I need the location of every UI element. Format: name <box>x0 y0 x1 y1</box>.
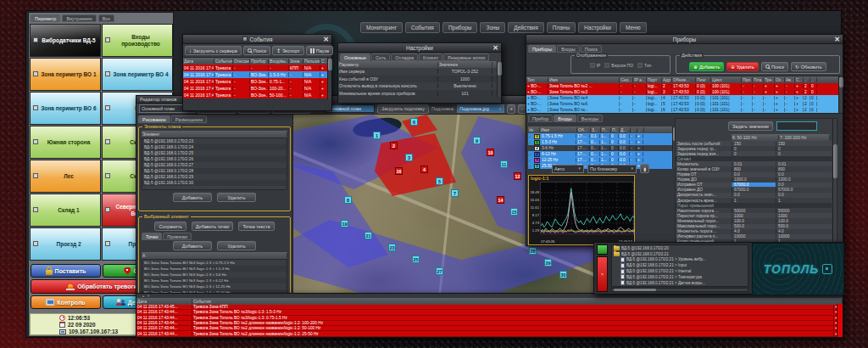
tree-hscrollbar[interactable] <box>611 288 748 292</box>
param-value-ch6[interactable]: 0 <box>732 152 776 156</box>
tree-item[interactable]: ВД-5 @192.168.0.170/2:21 > Input <box>612 262 748 268</box>
detail-tab-3[interactable]: Выходы <box>577 115 603 122</box>
arm-button[interactable]: Поставить <box>31 264 101 278</box>
sidebar-tab-1[interactable]: Периметр <box>31 14 60 22</box>
devices-column-header[interactable]: Сер... <box>620 77 633 82</box>
settings-titlebar[interactable]: Настройки ✕ <box>338 43 501 53</box>
devices-titlebar[interactable]: Приборы ✕ <box>526 35 843 44</box>
devices-column-header[interactable]: Про... <box>742 77 753 82</box>
param-value-ch7[interactable]: 0.01 <box>776 162 820 166</box>
devices-column-header[interactable]: С... <box>795 77 804 82</box>
channel-7-column[interactable]: 7: 100-200 Hz <box>779 135 830 140</box>
map-sensor-badge[interactable]: 14 <box>497 196 504 204</box>
close-icon[interactable]: ✕ <box>323 35 329 44</box>
devices-column-header[interactable]: IP а... <box>633 77 647 82</box>
sidebar-tab-3[interactable]: Все <box>98 14 114 22</box>
devices-tab-2[interactable]: Входы <box>557 45 579 53</box>
param-row[interactable]: Дискретность знач...0.00.0 <box>676 193 832 198</box>
tree-item[interactable]: ВД-5 @192.168.0.170/2:21 > Датчик вскры.… <box>612 280 748 286</box>
plan-tab-2[interactable]: Размещение <box>171 115 208 123</box>
param-value-ch7[interactable]: 67000.0 <box>776 188 820 192</box>
param-value-ch7[interactable]: 1000.0 <box>776 177 820 182</box>
plan-element-row[interactable]: ВД-5 @192.168.0.170/2:24 <box>142 144 287 150</box>
param-row[interactable]: Интервал расчета п...1000010000 <box>676 234 832 239</box>
settings-tab-5[interactable]: Резервные копии <box>443 53 489 61</box>
param-column-header[interactable]: Параметр <box>338 62 438 67</box>
zone-tile-7[interactable]: Южная сторона <box>30 126 101 159</box>
param-row[interactable]: Задержка перед взя...00 <box>676 151 832 156</box>
devices-column-header[interactable]: Имя <box>548 77 620 82</box>
device-search-button[interactable]: Поиск <box>761 62 788 71</box>
settings-row[interactable]: Кеш событий в ОЗУ1000 <box>338 76 501 83</box>
menu-item-6[interactable]: Планы <box>547 22 576 33</box>
settings-tab-4[interactable]: Клиент <box>419 53 442 61</box>
map-sensor-badge[interactable]: 15 <box>510 208 518 216</box>
param-value-ch7[interactable]: 800 <box>776 167 820 171</box>
point-row[interactable]: ВО-Зона Зона Тополь ВО №3 /logic-1:3 > 0… <box>142 260 287 266</box>
point-remove-button[interactable]: Удалить <box>217 241 256 250</box>
inputs-column-header[interactable]: Имя <box>540 127 577 132</box>
devices-column-header[interactable]: Тре... <box>764 77 775 82</box>
param-value-ch6[interactable]: 1000 <box>732 214 776 218</box>
map-sensor-badge[interactable]: 21 <box>364 232 372 239</box>
param-value-ch7[interactable]: 0.0 <box>776 182 820 187</box>
display-checkbox-IP[interactable]: IP <box>590 63 601 68</box>
zone-checkbox[interactable] <box>105 173 110 178</box>
events-column-header[interactable]: Прибор <box>250 59 269 64</box>
tree-item[interactable]: ВД-5 @192.168.0.170/2:21 > Температура <box>612 274 748 280</box>
param-row[interactable]: Задержка перед тр...00 <box>676 146 832 151</box>
param-row[interactable]: Максимальный поро...500.0500.0 <box>676 224 832 229</box>
checked-icon[interactable]: ✓ <box>528 140 534 145</box>
zone-checkbox[interactable] <box>33 71 38 76</box>
load-underlay-button[interactable]: Загрузить подложку <box>377 104 429 114</box>
devices-tab-1[interactable]: Приборы <box>528 45 556 53</box>
zone-checkbox[interactable] <box>105 105 110 110</box>
map-sensor-badge[interactable]: 9 <box>473 137 481 144</box>
param-value-ch6[interactable]: 1000.0 <box>732 177 776 182</box>
sort-desc-icon[interactable]: ▼ <box>147 294 150 298</box>
devices-column-header[interactable]: .. <box>810 77 817 82</box>
zoom-in-button[interactable]: + <box>507 104 515 114</box>
control-button[interactable]: Контроль <box>31 295 101 309</box>
map-sensor-badge[interactable]: 29 <box>544 259 552 267</box>
map-sensor-badge[interactable]: 25 <box>412 255 420 263</box>
devices-scrollbar[interactable] <box>838 76 843 113</box>
point-row[interactable]: ВО-Зона Зона Тополь ВО №3 /logic-1:3 > 1… <box>142 266 287 272</box>
param-value-ch6[interactable]: 4.0 <box>732 229 776 233</box>
map-sensor-badge[interactable]: 3 <box>405 154 413 161</box>
inputs-column-header[interactable]: Об... <box>577 127 591 132</box>
param-value-ch7[interactable]: 4.0 <box>776 229 820 233</box>
checked-icon[interactable]: ✓ <box>528 152 534 157</box>
inputs-column-header[interactable]: З... <box>591 127 601 132</box>
zone-red-main[interactable] <box>375 133 456 196</box>
settings-scrollbar[interactable] <box>497 61 501 97</box>
element-add-button[interactable]: Добавить <box>173 193 212 202</box>
map-sensor-badge[interactable]: 19 <box>341 220 348 227</box>
device-remove-button[interactable]: ⊖ Удалить <box>726 62 759 71</box>
zone-checkbox[interactable] <box>33 241 38 246</box>
mode-select[interactable]: Авто▼ <box>552 165 584 173</box>
alarm-row[interactable]: 04 11 2016 17:43:44...Тревога Зона Топол… <box>136 331 843 336</box>
param-row[interactable]: Множитель порога ...4.04.0 <box>676 229 832 234</box>
event-row[interactable]: 04 11 2016 17:43...Тревога-ВО-Зон...100-… <box>183 85 331 92</box>
param-value-ch6[interactable]: 67000.0 <box>732 182 776 187</box>
detail-tab-1[interactable]: Прибор <box>528 115 553 122</box>
devices-column-header[interactable]: Пинг <box>696 77 711 82</box>
param-value-ch7[interactable]: 10000 <box>776 234 820 239</box>
map-sensor-badge[interactable]: 6 <box>410 118 418 126</box>
checked-icon[interactable]: ✓ <box>528 146 534 151</box>
zone-checkbox[interactable] <box>105 37 110 42</box>
devices-column-header[interactable]: Обнов... <box>672 77 696 82</box>
menu-item-8[interactable]: Меню <box>620 22 647 33</box>
alarms-event-column[interactable]: События <box>192 299 843 304</box>
add-points-button[interactable]: Добавить точки <box>192 222 234 231</box>
zone-checkbox[interactable] <box>105 207 110 212</box>
menu-item-1[interactable]: Мониторинг <box>360 22 403 33</box>
display-checkbox-Тип[interactable]: Тип <box>637 63 651 68</box>
map-sensor-badge[interactable]: 8 <box>344 196 352 204</box>
event-row[interactable]: 04 11 2016 17:43...Тревога-ВО-Зон...50-1… <box>183 92 331 98</box>
zone-tile-4[interactable]: Зона периметр ВО 4 <box>102 58 173 91</box>
scale-select[interactable]: По близкому▼ <box>587 165 637 173</box>
param-row[interactable]: Минимальный порог...100.0100.0 <box>676 218 832 223</box>
map-sensor-badge[interactable]: 27 <box>436 267 443 275</box>
